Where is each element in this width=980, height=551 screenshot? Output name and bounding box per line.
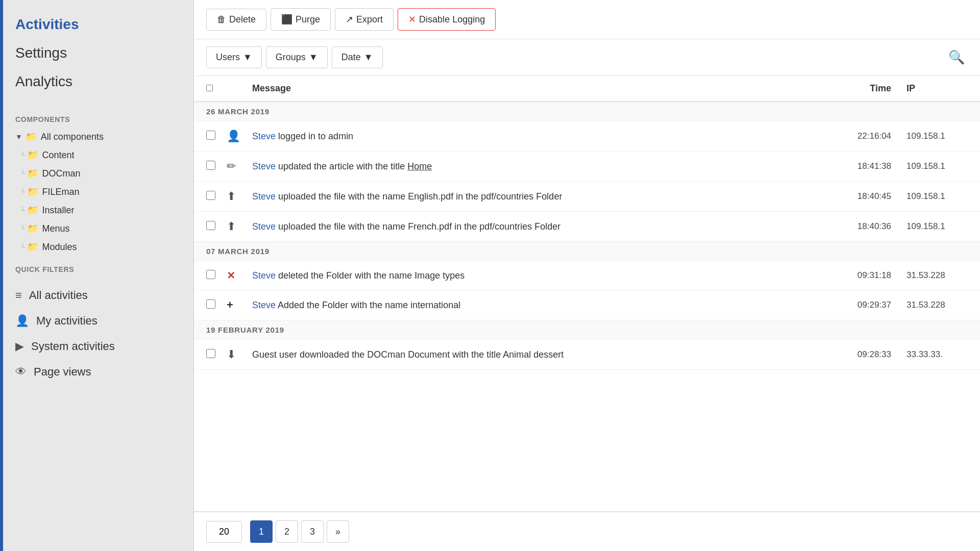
groups-filter[interactable]: Groups ▼ [266, 46, 328, 68]
page-2-button[interactable]: 2 [276, 520, 298, 543]
sidebar-nav-item-activities[interactable]: Activities [15, 10, 178, 39]
folder-icon: 📁 [27, 241, 38, 253]
table-body: 26 MARCH 2019 👤 Steve logged in to admin… [194, 102, 980, 370]
row-checkbox-cell [206, 221, 227, 232]
filter-icon: ▶ [15, 340, 24, 353]
row-icon: 👤 [227, 130, 252, 143]
article-title: Home [407, 161, 432, 171]
sidebar-accent [0, 0, 3, 551]
message-text: Added the Folder with the name internati… [276, 300, 460, 310]
toolbar: 🗑 Delete ⬛ Purge ↗ Export ✕ Disable Logg… [194, 0, 980, 39]
page-size-input[interactable] [206, 521, 242, 543]
row-checkbox[interactable] [206, 270, 215, 279]
user-link[interactable]: Steve [252, 161, 276, 171]
table-row: 👤 Steve logged in to admin 22:16:04 109.… [194, 121, 980, 152]
user-link[interactable]: Steve [252, 131, 276, 141]
select-all-checkbox[interactable] [206, 85, 213, 91]
row-checkbox-cell [206, 131, 227, 142]
table-row: ✕ Steve deleted the Folder with the name… [194, 261, 980, 290]
row-time: 09:29:37 [840, 300, 891, 310]
purge-button[interactable]: ⬛ Purge [271, 8, 331, 31]
users-filter[interactable]: Users ▼ [206, 46, 262, 68]
component-item-installer[interactable]: └📁Installer [10, 201, 183, 219]
users-label: Users [216, 52, 240, 63]
disable-logging-label: Disable Logging [419, 14, 485, 25]
row-time: 18:41:38 [840, 161, 891, 171]
row-icon: + [227, 298, 252, 312]
folder-icon: 📁 [27, 205, 38, 216]
disable-logging-button[interactable]: ✕ Disable Logging [398, 8, 496, 31]
users-chevron-icon: ▼ [243, 52, 252, 63]
row-time: 18:40:36 [840, 221, 891, 232]
quick-filter-all-activities[interactable]: ≡All activities [0, 283, 193, 308]
page-»-button[interactable]: » [327, 520, 349, 543]
row-checkbox-cell [206, 349, 227, 360]
date-separator: 19 FEBRUARY 2019 [194, 320, 980, 340]
sidebar-nav-item-analytics[interactable]: Analytics [15, 67, 178, 96]
component-item-docman[interactable]: └📁DOCman [10, 164, 183, 183]
table-row: ✏ Steve updated the article with the tit… [194, 152, 980, 182]
delete-button[interactable]: 🗑 Delete [206, 9, 266, 31]
sidebar: ActivitiesSettingsAnalytics COMPONENTS ▼… [0, 0, 194, 551]
row-message: Steve updated the article with the title… [252, 161, 840, 172]
row-checkbox[interactable] [206, 131, 215, 140]
message-text: uploaded the file with the name English.… [276, 191, 562, 202]
filter-icon: 👁 [15, 365, 27, 379]
search-button[interactable]: 🔍 [945, 46, 968, 68]
pagination-pages: 123» [250, 520, 349, 543]
component-item-menus[interactable]: └📁Menus [10, 219, 183, 238]
disable-logging-icon: ✕ [408, 14, 416, 25]
page-1-button[interactable]: 1 [250, 520, 273, 543]
component-item-content[interactable]: └📁Content [10, 146, 183, 164]
filter-bar: Users ▼ Groups ▼ Date ▼ 🔍 [194, 39, 980, 76]
quick-filter-system-activities[interactable]: ▶System activities [0, 334, 193, 359]
date-filter[interactable]: Date ▼ [332, 46, 383, 68]
user-link[interactable]: Steve [252, 221, 276, 232]
message-text: Guest user downloaded the DOCman Documen… [252, 349, 564, 360]
filter-icon: ≡ [15, 289, 22, 302]
quick-filters: ≡All activities👤My activities▶System act… [0, 278, 193, 390]
export-button[interactable]: ↗ Export [335, 8, 394, 31]
row-time: 22:16:04 [840, 131, 891, 141]
row-icon: ✏ [227, 160, 252, 173]
quick-filter-page-views[interactable]: 👁Page views [0, 359, 193, 385]
row-checkbox[interactable] [206, 349, 215, 358]
table-header: Message Time IP [194, 76, 980, 102]
row-time: 09:28:33 [840, 349, 891, 360]
user-link[interactable]: Steve [252, 270, 276, 281]
folder-icon: 📁 [27, 223, 38, 234]
table-row: ⬆ Steve uploaded the file with the name … [194, 182, 980, 212]
user-link[interactable]: Steve [252, 191, 276, 202]
tree-connector: └ [20, 170, 25, 177]
component-item-fileman[interactable]: └📁FILEman [10, 183, 183, 201]
tree-connector: └ [20, 152, 25, 159]
row-checkbox[interactable] [206, 221, 215, 230]
user-link[interactable]: Steve [252, 300, 276, 310]
component-item-all-components[interactable]: ▼📁All components [10, 128, 183, 146]
export-label: Export [356, 14, 383, 25]
row-checkbox[interactable] [206, 299, 215, 309]
row-checkbox[interactable] [206, 191, 215, 200]
component-item-modules[interactable]: └📁Modules [10, 238, 183, 256]
quick-filter-my-activities[interactable]: 👤My activities [0, 308, 193, 334]
row-checkbox[interactable] [206, 161, 215, 170]
tree-connector: └ [20, 188, 25, 195]
page-3-button[interactable]: 3 [301, 520, 324, 543]
row-time: 09:31:18 [840, 270, 891, 281]
delete-icon: 🗑 [217, 14, 226, 25]
row-checkbox-cell [206, 191, 227, 202]
main-content: 🗑 Delete ⬛ Purge ↗ Export ✕ Disable Logg… [194, 0, 980, 551]
row-icon: ✕ [227, 269, 252, 282]
search-icon: 🔍 [948, 49, 965, 65]
folder-icon: 📁 [27, 186, 38, 197]
folder-icon: 📁 [26, 131, 37, 142]
row-message: Steve Added the Folder with the name int… [252, 300, 840, 311]
quick-filters-label: QUICK FILTERS [0, 256, 193, 278]
date-chevron-icon: ▼ [364, 52, 373, 63]
date-separator: 07 MARCH 2019 [194, 242, 980, 261]
row-checkbox-cell [206, 299, 227, 311]
row-icon: ⬆ [227, 190, 252, 203]
row-time: 18:40:45 [840, 191, 891, 202]
sidebar-nav-item-settings[interactable]: Settings [15, 39, 178, 67]
row-icon: ⬆ [227, 220, 252, 233]
